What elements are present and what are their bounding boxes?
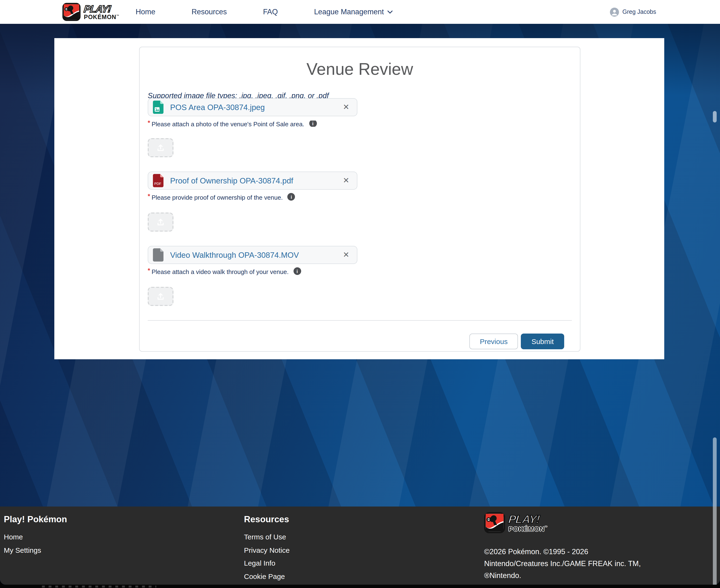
user-name: Greg Jacobs [622,8,656,15]
content-panel: Venue Review Supported image file types:… [54,38,664,359]
file-attachment-pos-area: POS Area OPA-30874.jpeg ✕ [148,98,357,116]
file-attachment-video: Video Walkthrough OPA-30874.MOV ✕ [148,246,357,264]
upload-icon [156,217,165,227]
footer-heading: Play! Pokémon [4,514,67,525]
brand-pokemon-text: POKÉMON™ [84,14,119,20]
footer-link-home[interactable]: Home [4,533,67,541]
previous-button[interactable]: Previous [469,334,518,349]
form-actions: Previous Submit [148,334,572,349]
generic-file-icon [152,248,164,262]
chevron-down-icon [387,10,393,14]
file-link-video[interactable]: Video Walkthrough OPA-30874.MOV [170,250,343,259]
nav-item-league-management[interactable]: League Management [314,8,393,16]
brand-play-text: PLAY! [83,4,120,14]
nav-item-faq[interactable]: FAQ [263,8,278,16]
footer-brand-wordmark: PLAY! POKÉMON™ [508,513,548,532]
info-icon[interactable]: i [293,267,301,275]
footer-column-play-pokemon: Play! Pokémon Home My Settings [4,511,67,559]
brand-logo[interactable]: PLAY! POKÉMON™ [62,3,119,21]
background-window-sliver [42,586,156,588]
remove-file-ownership-icon[interactable]: ✕ [343,177,349,184]
page: PLAY! POKÉMON™ Home Resources FAQ League… [0,0,720,588]
file-attachment-ownership: PDF Proof of Ownership OPA-30874.pdf ✕ [148,171,357,190]
footer: Play! Pokémon Home My Settings Resources… [0,506,720,585]
footer-link-privacy-notice[interactable]: Privacy Notice [244,546,296,554]
app-window: PLAY! POKÉMON™ Home Resources FAQ League… [0,0,720,585]
page-scrollbar-thumb[interactable] [713,437,717,585]
upload-dropzone-ownership[interactable] [148,212,173,232]
svg-text:PDF: PDF [154,182,161,186]
brand-pokemon-text: POKÉMON™ [508,525,548,532]
info-icon[interactable]: i [288,193,295,201]
footer-column-legal: PLAY! POKÉMON™ ©2026 Pokémon. ©1995 - 20… [484,511,641,581]
footer-link-legal-info[interactable]: Legal Info [244,559,296,567]
image-file-icon [152,100,164,114]
remove-file-pos-area-icon[interactable]: ✕ [343,103,349,111]
nav-item-home[interactable]: Home [135,8,155,16]
upload-icon [156,143,165,152]
upload-dropzone-video[interactable] [148,287,173,306]
upload-icon [156,292,165,301]
footer-column-resources: Resources Terms of Use Privacy Notice Le… [244,511,296,585]
required-asterisk: * [148,121,150,126]
page-title: Venue Review [148,60,572,79]
brand-wordmark: PLAY! POKÉMON™ [84,4,119,20]
play-pokemon-badge-icon [62,3,81,21]
avatar-icon [610,7,619,17]
play-pokemon-badge-icon [484,512,505,533]
nav-links: Home Resources FAQ League Management [135,8,393,16]
remove-file-video-icon[interactable]: ✕ [343,251,349,259]
footer-heading: Resources [244,514,296,525]
top-nav: PLAY! POKÉMON™ Home Resources FAQ League… [0,0,720,24]
inner-scrollbar-thumb[interactable] [713,111,717,123]
required-asterisk: * [148,267,150,274]
brand-play-text: PLAY! [508,513,548,525]
footer-brand-logo: PLAY! POKÉMON™ [484,512,641,533]
hint-pos-area: * Please attach a photo of the venue's P… [148,121,572,127]
footer-link-cookie-page[interactable]: Cookie Page [244,572,296,580]
info-icon[interactable]: i [309,121,317,127]
submit-button[interactable]: Submit [521,334,564,349]
file-link-ownership[interactable]: Proof of Ownership OPA-30874.pdf [170,176,343,185]
pdf-file-icon: PDF [152,173,164,188]
user-menu[interactable]: Greg Jacobs [610,0,656,24]
hint-ownership: * Please provide proof of ownership of t… [148,194,572,201]
required-asterisk: * [148,192,150,200]
hint-video: * Please attach a video walk through of … [148,268,572,275]
footer-link-terms-of-use[interactable]: Terms of Use [244,533,296,541]
venue-review-card: Venue Review Supported image file types:… [139,47,580,352]
nav-item-resources[interactable]: Resources [192,8,227,16]
form-divider [148,320,572,321]
footer-link-my-settings[interactable]: My Settings [4,546,67,554]
upload-dropzone-pos-area[interactable] [148,138,173,157]
file-link-pos-area[interactable]: POS Area OPA-30874.jpeg [170,103,343,112]
copyright-text: ©2026 Pokémon. ©1995 - 2026 Nintendo/Cre… [484,546,641,581]
